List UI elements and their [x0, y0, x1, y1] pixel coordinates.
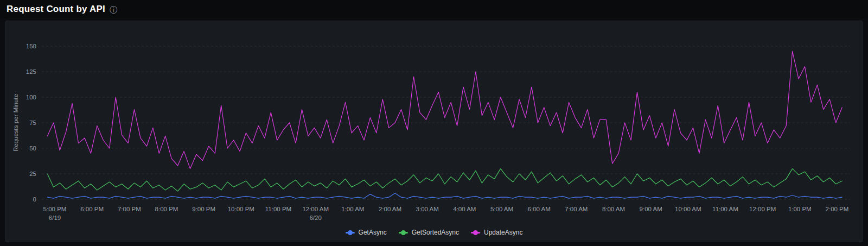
- legend-marker-icon: [399, 230, 408, 235]
- x-tick-label: 5:00 PM: [43, 206, 67, 212]
- x-tick-label: 7:00 AM: [565, 206, 588, 212]
- legend-label: GetAsync: [359, 229, 387, 236]
- y-tick-label: 25: [29, 171, 36, 177]
- y-tick-label: 150: [26, 43, 36, 49]
- x-tick-label: 11:00 PM: [265, 206, 291, 212]
- x-tick-label: 12:00 PM: [749, 206, 776, 212]
- x-tick-label: 2:00 PM: [826, 206, 849, 212]
- x-tick-label: 2:00 AM: [379, 206, 401, 212]
- legend-item-GetSortedAsync[interactable]: GetSortedAsync: [399, 229, 459, 236]
- x-tick-label: 1:00 PM: [788, 206, 812, 212]
- x-tick-label: 11:00 AM: [712, 206, 738, 212]
- x-tick-label: 4:00 AM: [453, 206, 476, 212]
- y-tick-label: 0: [33, 196, 36, 203]
- panel-title: Request Count by API: [7, 4, 105, 15]
- x-tick-label: 9:00 AM: [640, 206, 662, 212]
- y-tick-label: 125: [26, 68, 36, 75]
- x-tick-label: 10:00 AM: [675, 206, 701, 212]
- x-tick-label: 9:00 PM: [192, 206, 215, 212]
- x-tick-label: 10:00 PM: [228, 206, 254, 212]
- legend-item-GetAsync[interactable]: GetAsync: [346, 229, 387, 236]
- series-line-GetSortedAsync: [47, 169, 842, 191]
- legend-marker-icon: [346, 230, 355, 235]
- info-icon[interactable]: ⓘ: [110, 6, 117, 14]
- x-tick-label: 1:00 AM: [341, 206, 364, 212]
- series-line-UpdateAsync: [47, 51, 842, 168]
- x-tick-label: 8:00 PM: [155, 206, 178, 212]
- x-tick-label: 6:00 PM: [80, 206, 104, 212]
- x-tick-label: 8:00 AM: [602, 206, 625, 212]
- y-tick-label: 100: [26, 94, 36, 100]
- chart-legend: GetAsyncGetSortedAsyncUpdateAsync: [10, 225, 858, 239]
- chart-canvas[interactable]: 02550751001251505:00 PM6:00 PM7:00 PM8:0…: [10, 24, 858, 225]
- legend-label: GetSortedAsync: [412, 229, 459, 236]
- y-axis-title: Requests per Minute: [12, 94, 19, 152]
- legend-item-UpdateAsync[interactable]: UpdateAsync: [471, 229, 522, 236]
- y-tick-label: 75: [29, 119, 36, 126]
- x-tick-label: 6:00 AM: [528, 206, 551, 212]
- x-tick-label: 5:00 AM: [490, 206, 513, 212]
- series-line-GetAsync: [47, 193, 842, 198]
- x-date-label: 6/20: [309, 215, 321, 221]
- x-tick-label: 12:00 AM: [302, 206, 329, 212]
- chart-panel: 02550751001251505:00 PM6:00 PM7:00 PM8:0…: [5, 21, 863, 242]
- x-tick-label: 3:00 AM: [416, 206, 439, 212]
- legend-label: UpdateAsync: [484, 229, 522, 236]
- y-tick-label: 50: [29, 145, 36, 152]
- legend-marker-icon: [471, 230, 480, 235]
- x-tick-label: 7:00 PM: [118, 206, 141, 212]
- panel-header[interactable]: Request Count by API ⓘ: [0, 0, 868, 18]
- x-date-label: 6/19: [49, 215, 61, 221]
